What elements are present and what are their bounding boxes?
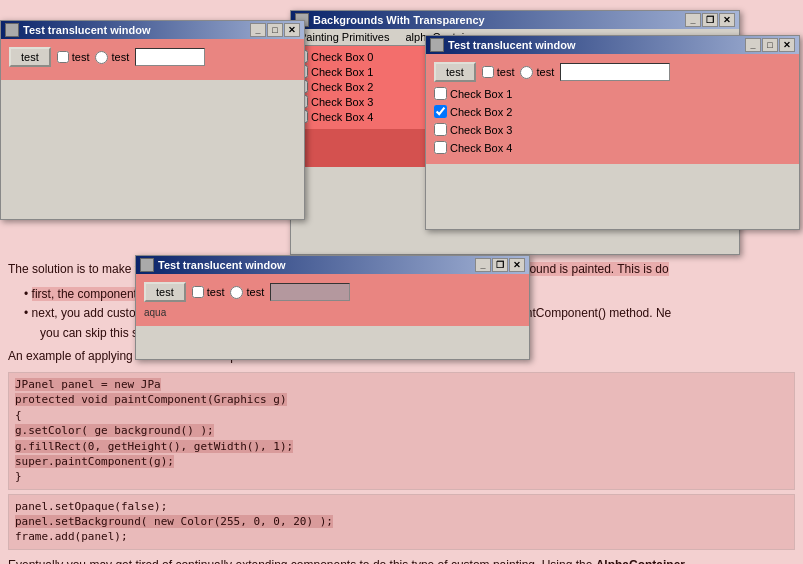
win2-checkbox-1[interactable] — [434, 87, 447, 100]
maximize-btn-main[interactable]: ❐ — [702, 13, 718, 27]
radio-label-2: test — [536, 66, 554, 78]
checkbox-input-1[interactable] — [57, 51, 69, 63]
minimize-btn-3[interactable]: _ — [475, 258, 491, 272]
radio-input-1[interactable] — [95, 51, 108, 64]
window-icon-2 — [430, 38, 444, 52]
translucent-window-2: Test translucent window _ □ ✕ test test … — [425, 35, 800, 230]
minimize-btn-main[interactable]: _ — [685, 13, 701, 27]
titlebar-2: Test translucent window _ □ ✕ — [426, 36, 799, 54]
left-cb-label-1: Check Box 1 — [311, 66, 373, 78]
win2-cb-label-4: Check Box 4 — [450, 142, 512, 154]
radio-ctrl-3: test — [230, 286, 264, 299]
win-body-2: test test test Check Box 1 Check Box 2 — [426, 54, 799, 164]
window-icon-1 — [5, 23, 19, 37]
checkbox-label-1: test — [72, 51, 90, 63]
translucent-window-3: Test translucent window _ ❐ ✕ test test … — [135, 255, 530, 360]
win2-checkbox-3[interactable] — [434, 123, 447, 136]
radio-input-2[interactable] — [520, 66, 533, 79]
text-input-3[interactable] — [270, 283, 350, 301]
title-text-main: Backgrounds With Transparency — [313, 14, 685, 26]
close-btn-3[interactable]: ✕ — [509, 258, 525, 272]
ctrl-row-1: test test test — [9, 47, 296, 67]
checkbox-ctrl-2: test — [482, 66, 515, 78]
code-block: JPanel panel = new JPa protected void pa… — [8, 372, 795, 490]
menu-painting[interactable]: Painting Primitives — [295, 30, 393, 44]
close-btn-1[interactable]: ✕ — [284, 23, 300, 37]
title-text-1: Test translucent window — [23, 24, 250, 36]
win-buttons-main: _ ❐ ✕ — [685, 13, 735, 27]
maximize-btn-2[interactable]: □ — [762, 38, 778, 52]
radio-ctrl-1: test — [95, 51, 129, 64]
translucent-window-1: Test translucent window _ □ ✕ test test … — [0, 20, 305, 220]
minimize-btn-2[interactable]: _ — [745, 38, 761, 52]
win2-cb-label-1: Check Box 1 — [450, 88, 512, 100]
win-body-1: test test test — [1, 39, 304, 80]
win2-checkbox-2[interactable] — [434, 105, 447, 118]
left-cb-label-4: Check Box 4 — [311, 111, 373, 123]
ctrl-row-3: test test test — [144, 282, 521, 302]
win2-cb-label-2: Check Box 2 — [450, 106, 512, 118]
title-text-2: Test translucent window — [448, 39, 745, 51]
code-block-2: panel.setOpaque(false); panel.setBackgro… — [8, 494, 795, 550]
text-input-2[interactable] — [560, 63, 670, 81]
left-cb-label-0: Check Box 0 — [311, 51, 373, 63]
checkbox-input-2[interactable] — [482, 66, 494, 78]
aqua-label: aqua — [144, 307, 521, 318]
title-text-3: Test translucent window — [158, 259, 475, 271]
win-body-3: test test test aqua — [136, 274, 529, 326]
maximize-btn-1[interactable]: □ — [267, 23, 283, 37]
win-buttons-1: _ □ ✕ — [250, 23, 300, 37]
radio-label-1: test — [111, 51, 129, 63]
checkbox-label-2: test — [497, 66, 515, 78]
test-btn-2[interactable]: test — [434, 62, 476, 82]
para-2: Eventually you may get tired of continua… — [8, 556, 795, 564]
win2-cb-3: Check Box 3 — [434, 123, 791, 136]
text-input-1[interactable] — [135, 48, 205, 66]
titlebar-main: Backgrounds With Transparency _ ❐ ✕ — [291, 11, 739, 29]
win-buttons-2: _ □ ✕ — [745, 38, 795, 52]
titlebar-1: Test translucent window _ □ ✕ — [1, 21, 304, 39]
close-btn-main[interactable]: ✕ — [719, 13, 735, 27]
checkbox-input-3[interactable] — [192, 286, 204, 298]
win2-cb-2: Check Box 2 — [434, 105, 791, 118]
test-btn-3[interactable]: test — [144, 282, 186, 302]
close-btn-2[interactable]: ✕ — [779, 38, 795, 52]
radio-input-3[interactable] — [230, 286, 243, 299]
win2-cb-label-3: Check Box 3 — [450, 124, 512, 136]
titlebar-3: Test translucent window _ ❐ ✕ — [136, 256, 529, 274]
win2-checkbox-4[interactable] — [434, 141, 447, 154]
checkbox-ctrl-3: test — [192, 286, 225, 298]
ctrl-row-2: test test test — [434, 62, 791, 82]
left-cb-label-2: Check Box 2 — [311, 81, 373, 93]
win2-cb-1: Check Box 1 — [434, 87, 791, 100]
radio-ctrl-2: test — [520, 66, 554, 79]
checkbox-list-2: Check Box 1 Check Box 2 Check Box 3 Chec… — [434, 87, 791, 156]
radio-label-3: test — [246, 286, 264, 298]
maximize-btn-3[interactable]: ❐ — [492, 258, 508, 272]
test-btn-1[interactable]: test — [9, 47, 51, 67]
minimize-btn-1[interactable]: _ — [250, 23, 266, 37]
checkbox-ctrl-1: test — [57, 51, 90, 63]
window-icon-3 — [140, 258, 154, 272]
checkbox-label-3: test — [207, 286, 225, 298]
left-cb-label-3: Check Box 3 — [311, 96, 373, 108]
win-buttons-3: _ ❐ ✕ — [475, 258, 525, 272]
win2-cb-4: Check Box 4 — [434, 141, 791, 154]
